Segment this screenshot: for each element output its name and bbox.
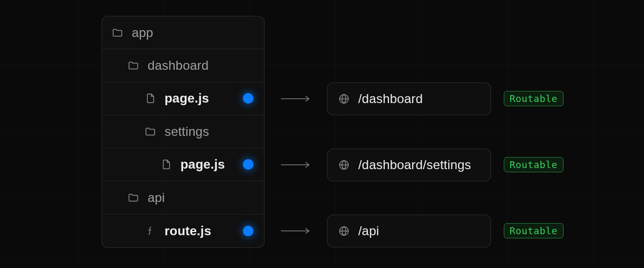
tree-label: settings bbox=[165, 124, 209, 139]
route-mapping-api: /api Routable bbox=[265, 215, 564, 248]
routable-badge: Routable bbox=[504, 157, 564, 172]
arrow-right-icon bbox=[280, 96, 311, 102]
arrow-right-icon bbox=[280, 162, 311, 168]
url-box: /dashboard bbox=[327, 82, 491, 115]
tree-label: page.js bbox=[180, 157, 225, 172]
globe-icon bbox=[338, 93, 350, 105]
folder-icon bbox=[144, 126, 156, 137]
tree-label: page.js bbox=[165, 91, 209, 106]
tree-label: api bbox=[148, 190, 165, 205]
routable-dot-icon bbox=[243, 159, 253, 170]
folder-icon bbox=[112, 27, 123, 39]
routable-dot-icon bbox=[243, 93, 253, 104]
url-box: /api bbox=[327, 215, 491, 247]
tree-folder-dashboard: dashboard bbox=[102, 49, 264, 82]
tree-label: app bbox=[132, 25, 153, 40]
tree-file-page-dashboard: page.js bbox=[102, 82, 264, 116]
url-text: /dashboard bbox=[358, 91, 423, 106]
routable-badge: Routable bbox=[504, 223, 564, 238]
arrow-right-icon bbox=[280, 228, 311, 234]
tree-folder-api: api bbox=[102, 181, 264, 215]
url-text: /api bbox=[358, 224, 379, 238]
spacer bbox=[265, 115, 564, 149]
diagram-container: app dashboard page.js settings pa bbox=[0, 0, 644, 248]
route-mappings: /dashboard Routable /dashboard/settings … bbox=[265, 16, 564, 247]
function-icon bbox=[144, 225, 156, 237]
url-text: /dashboard/settings bbox=[358, 158, 471, 172]
route-mapping-settings: /dashboard/settings Routable bbox=[265, 149, 564, 182]
tree-label: route.js bbox=[165, 224, 211, 238]
file-tree: app dashboard page.js settings pa bbox=[102, 16, 265, 248]
tree-file-page-settings: page.js bbox=[102, 149, 264, 182]
spacer bbox=[265, 16, 564, 49]
tree-folder-app: app bbox=[102, 16, 264, 49]
globe-icon bbox=[338, 225, 350, 237]
folder-icon bbox=[128, 60, 139, 71]
spacer bbox=[265, 49, 564, 82]
globe-icon bbox=[338, 159, 350, 171]
file-icon bbox=[160, 159, 172, 170]
routable-dot-icon bbox=[243, 226, 253, 236]
file-icon bbox=[144, 93, 156, 104]
tree-file-route-api: route.js bbox=[102, 215, 264, 248]
tree-folder-settings: settings bbox=[102, 115, 264, 149]
routable-badge: Routable bbox=[504, 91, 564, 106]
folder-icon bbox=[128, 192, 139, 204]
route-mapping-dashboard: /dashboard Routable bbox=[265, 82, 564, 116]
spacer bbox=[265, 181, 564, 215]
url-box: /dashboard/settings bbox=[327, 149, 491, 181]
tree-label: dashboard bbox=[148, 58, 208, 73]
